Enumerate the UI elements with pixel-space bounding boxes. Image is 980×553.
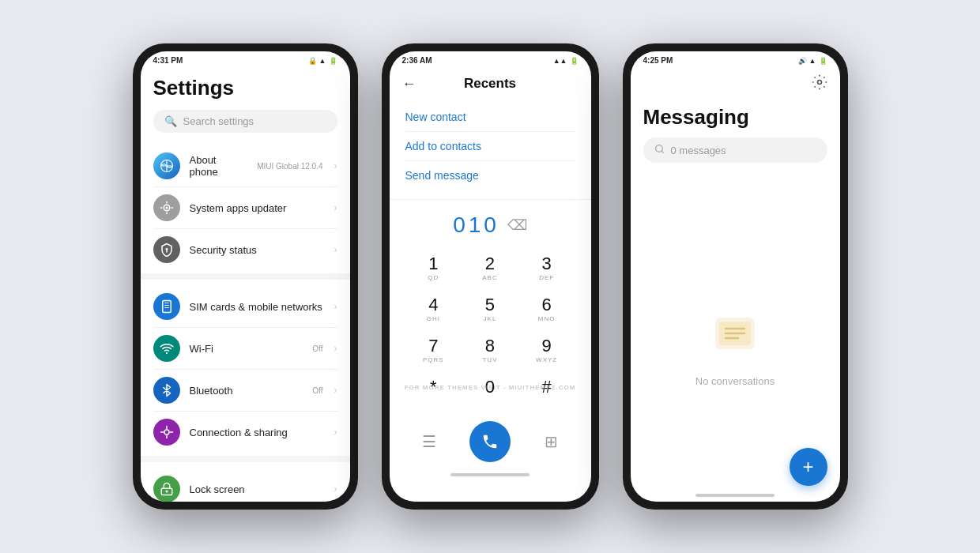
sim-icon	[153, 293, 180, 320]
phone-settings: 4:31 PM 🔒 ▲ 🔋 Settings 🔍 Search settings	[133, 43, 358, 510]
dialpad-key-8[interactable]: 8 TUV	[462, 329, 518, 371]
connection-label: Connection & sharing	[190, 427, 325, 438]
phone-messaging: 4:25 PM 🔊 ▲ 🔋 Messaging 0 messages	[623, 43, 848, 510]
wifi-badge: Off	[312, 344, 322, 353]
time-1: 4:31 PM	[153, 56, 183, 65]
messaging-search[interactable]: 0 messages	[643, 137, 827, 163]
sysapps-icon	[153, 194, 180, 221]
dialpad-key-9[interactable]: 9 WXYZ	[518, 329, 575, 371]
send-message-action[interactable]: Send message	[405, 161, 575, 190]
dialpad-key-hash[interactable]: #	[518, 371, 575, 412]
time-2: 2:36 AM	[402, 56, 432, 65]
settings-section-2: SIM cards & mobile networks › Wi-Fi Off …	[153, 286, 337, 453]
settings-search-bar[interactable]: 🔍 Search settings	[153, 110, 337, 133]
settings-item-bluetooth[interactable]: Bluetooth Off ›	[153, 370, 337, 412]
about-icon	[153, 152, 180, 179]
svg-point-12	[817, 81, 821, 85]
security-arrow: ›	[334, 244, 337, 255]
dialpad-key-star[interactable]: *	[405, 371, 462, 412]
connection-icon	[153, 419, 180, 446]
status-bar-3: 4:25 PM 🔊 ▲ 🔋	[631, 51, 840, 68]
messaging-title: Messaging	[631, 99, 840, 137]
battery-icon-2: 🔋	[570, 57, 579, 65]
settings-item-sysapps[interactable]: System apps updater ›	[153, 187, 337, 229]
wifi-label: Wi-Fi	[190, 343, 303, 355]
delete-button[interactable]: ⌫	[507, 216, 527, 234]
lockscreen-label: Lock screen	[190, 483, 325, 495]
settings-section-1: About phone MIUI Global 12.0.4 › System …	[153, 145, 337, 270]
dialpad-grid: 1 QD 2 ABC 3 DEF 4 GHI 5 JKL 6 MNO	[390, 244, 591, 415]
dialpad-bottom: ☰ ⊞	[390, 415, 591, 468]
battery-icon: 🔋	[329, 57, 337, 65]
svg-rect-6	[162, 301, 171, 313]
wifi-icon-3: ▲	[809, 57, 816, 65]
home-indicator-3	[695, 494, 775, 497]
status-icons-1: 🔒 ▲ 🔋	[308, 57, 337, 65]
battery-icon-3: 🔋	[819, 57, 827, 65]
wifi-status-icon: ▲	[319, 57, 326, 65]
dialpad-display: 010 ⌫	[390, 203, 591, 244]
msg-search-icon	[654, 143, 665, 157]
recents-title: Recents	[464, 76, 516, 92]
new-contact-action[interactable]: New contact	[405, 103, 575, 132]
status-icons-3: 🔊 ▲ 🔋	[798, 57, 827, 65]
svg-point-10	[165, 491, 168, 493]
svg-point-8	[164, 430, 169, 434]
home-indicator-2	[450, 473, 530, 476]
search-placeholder: Search settings	[183, 115, 254, 127]
section-divider-1	[141, 273, 350, 280]
status-icons-2: ▲▲ 🔋	[553, 57, 579, 65]
recents-header: ← Recents	[390, 68, 591, 96]
dialpad-key-6[interactable]: 6 MNO	[518, 288, 575, 329]
compose-icon: +	[802, 456, 813, 478]
settings-item-sim[interactable]: SIM cards & mobile networks ›	[153, 286, 337, 328]
time-3: 4:25 PM	[643, 56, 673, 65]
settings-item-connection[interactable]: Connection & sharing ›	[153, 412, 337, 453]
sysapps-label: System apps updater	[190, 202, 325, 214]
search-icon: 🔍	[164, 115, 177, 127]
bluetooth-badge: Off	[312, 386, 322, 395]
settings-item-lockscreen[interactable]: Lock screen ›	[153, 468, 337, 502]
settings-item-about[interactable]: About phone MIUI Global 12.0.4 ›	[153, 145, 337, 187]
no-conversations-area: No conversations	[631, 171, 840, 494]
dialed-number: 010	[453, 213, 499, 238]
settings-gear-icon[interactable]	[812, 74, 827, 94]
compose-fab[interactable]: +	[790, 448, 827, 486]
svg-point-4	[165, 207, 168, 209]
messaging-header	[631, 68, 840, 99]
add-to-contacts-action[interactable]: Add to contacts	[405, 132, 575, 161]
dialpad-key-3[interactable]: 3 DEF	[518, 247, 575, 288]
dialpad-key-7[interactable]: 7 PQRS	[405, 329, 462, 371]
phone-dialer: 2:36 AM ▲▲ 🔋 ← Recents New contact Add t…	[382, 43, 599, 510]
back-button[interactable]: ←	[402, 76, 416, 92]
recents-actions: New contact Add to contacts Send message	[390, 96, 591, 196]
settings-item-wifi[interactable]: Wi-Fi Off ›	[153, 328, 337, 370]
dialpad-key-5[interactable]: 5 JKL	[462, 288, 518, 329]
dialpad-key-4[interactable]: 4 GHI	[405, 288, 462, 329]
security-label: Security status	[190, 244, 325, 256]
sound-icon: 🔊	[798, 57, 807, 65]
bluetooth-icon	[153, 377, 180, 404]
keypad-icon[interactable]: ⊞	[545, 432, 558, 451]
lockscreen-arrow: ›	[334, 483, 337, 495]
sim-arrow: ›	[334, 301, 337, 312]
msg-search-placeholder: 0 messages	[671, 145, 726, 156]
status-bar-2: 2:36 AM ▲▲ 🔋	[390, 51, 591, 68]
lockscreen-icon	[153, 476, 180, 502]
menu-icon[interactable]: ☰	[422, 432, 436, 451]
notification-icon: 🔒	[308, 57, 317, 65]
status-bar-1: 4:31 PM 🔒 ▲ 🔋	[141, 51, 350, 68]
settings-item-security[interactable]: Security status ›	[153, 229, 337, 270]
dialpad-key-1[interactable]: 1 QD	[405, 247, 462, 288]
section-divider-2	[141, 456, 350, 462]
about-arrow: ›	[334, 160, 337, 171]
call-button[interactable]	[469, 421, 511, 462]
about-badge: MIUI Global 12.0.4	[257, 162, 322, 171]
bluetooth-label: Bluetooth	[190, 385, 303, 397]
wifi-icon	[153, 335, 180, 362]
dialpad-key-2[interactable]: 2 ABC	[462, 247, 518, 288]
bluetooth-arrow: ›	[334, 385, 337, 396]
dialpad-key-0[interactable]: 0	[462, 371, 518, 412]
settings-section-3: Lock screen › Display ›	[153, 468, 337, 502]
sim-label: SIM cards & mobile networks	[190, 301, 325, 313]
